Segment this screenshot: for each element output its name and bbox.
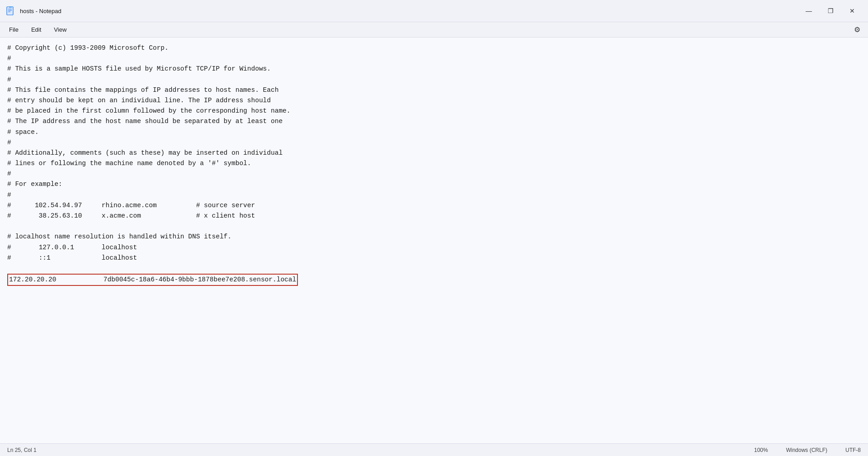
status-bar: Ln 25, Col 1 100% Windows (CRLF) UTF-8 xyxy=(0,443,868,456)
title-bar: hosts - Notepad — ❐ ✕ xyxy=(0,0,868,22)
close-button[interactable]: ✕ xyxy=(842,4,863,18)
zoom-level: 100% xyxy=(754,447,768,453)
menu-file[interactable]: File xyxy=(4,24,24,35)
menu-bar: File Edit View ⚙ xyxy=(0,22,868,38)
notepad-app-icon xyxy=(5,6,15,16)
menu-edit[interactable]: Edit xyxy=(26,24,47,35)
svg-rect-1 xyxy=(7,7,13,15)
title-bar-left: hosts - Notepad xyxy=(5,6,61,16)
menu-view[interactable]: View xyxy=(48,24,72,35)
editor-area[interactable]: # Copyright (c) 1993-2009 Microsoft Corp… xyxy=(0,38,868,443)
status-right: 100% Windows (CRLF) UTF-8 xyxy=(754,447,861,453)
settings-icon[interactable]: ⚙ xyxy=(850,23,864,37)
encoding: UTF-8 xyxy=(845,447,861,453)
highlighted-entry: 172.20.20.20 7db0045c-18a6-46b4-9bbb-187… xyxy=(7,274,298,286)
maximize-button[interactable]: ❐ xyxy=(820,4,841,18)
svg-rect-5 xyxy=(9,6,12,8)
menu-items: File Edit View xyxy=(4,24,72,35)
title-bar-controls: — ❐ ✕ xyxy=(798,4,863,18)
minimize-button[interactable]: — xyxy=(798,4,819,18)
window-title: hosts - Notepad xyxy=(20,8,61,14)
editor-content: # Copyright (c) 1993-2009 Microsoft Corp… xyxy=(7,43,861,286)
line-ending: Windows (CRLF) xyxy=(786,447,827,453)
cursor-position: Ln 25, Col 1 xyxy=(7,447,37,453)
